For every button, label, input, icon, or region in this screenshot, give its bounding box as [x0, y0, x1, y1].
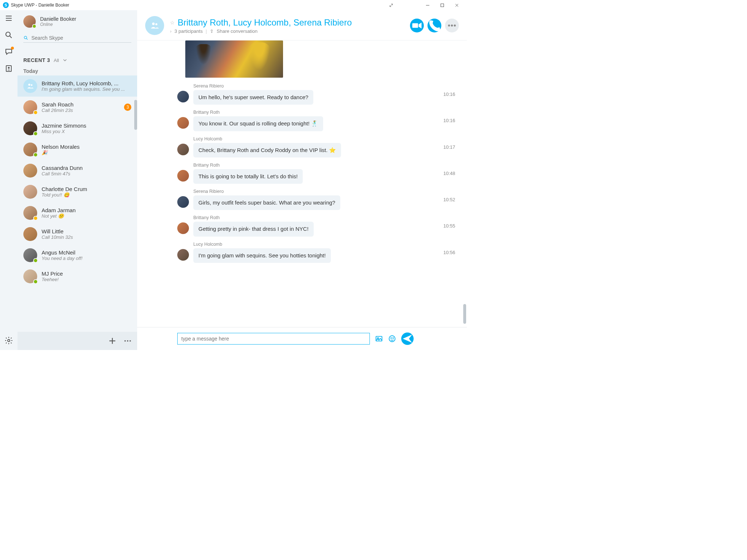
composer	[137, 327, 467, 350]
svg-point-18	[124, 340, 126, 342]
message-bubble: Girls, my outfit feels super basic. What…	[193, 195, 340, 210]
message-time: 10:17	[443, 144, 455, 150]
contact-avatar	[23, 269, 37, 283]
conversation-title: Brittany Roth, Lucy Holcomb, ...	[42, 80, 131, 86]
message-group: Serena RibieroUm hello, he's super sweet…	[177, 83, 457, 105]
svg-line-13	[27, 39, 28, 40]
message-avatar	[177, 170, 189, 182]
presence-icon	[33, 258, 38, 263]
search-nav-icon[interactable]	[4, 31, 13, 39]
conversation-subtitle: 🎉	[42, 150, 131, 155]
close-button[interactable]	[449, 0, 464, 10]
chat-nav-icon[interactable]	[4, 47, 13, 56]
emoji-button[interactable]	[388, 335, 396, 343]
contact-avatar	[23, 227, 37, 241]
message-sender: Brittany Roth	[193, 110, 457, 115]
conversation-item[interactable]: Sarah RoachCall 26min 23s3	[18, 97, 137, 118]
search-box[interactable]	[23, 34, 131, 43]
conversation-item[interactable]: MJ PriceTeehee!	[18, 266, 137, 287]
message-group: Serena RibieroGirls, my outfit feels sup…	[177, 189, 457, 210]
svg-point-25	[451, 24, 453, 26]
audio-call-button[interactable]	[427, 19, 441, 32]
conversation-item[interactable]: Nelson Morales🎉	[18, 139, 137, 160]
expand-icon[interactable]	[384, 0, 398, 10]
message-group: Brittany RothYou know it. Our squad is r…	[177, 110, 457, 131]
message-input[interactable]	[181, 336, 366, 342]
conversation-title: Adam Jarman	[42, 207, 131, 213]
svg-point-7	[6, 32, 10, 36]
conversation-item[interactable]: Adam JarmanNot yet 😕	[18, 202, 137, 223]
message-avatar	[177, 222, 189, 234]
message-time: 10:52	[443, 197, 455, 202]
svg-point-10	[8, 67, 10, 69]
chat-more-button[interactable]	[445, 19, 459, 32]
conversation-item[interactable]: Cassandra DunnCall 5min 47s	[18, 160, 137, 181]
conversation-item[interactable]: Brittany Roth, Lucy Holcomb, ...I'm goin…	[18, 75, 137, 97]
svg-point-14	[28, 84, 31, 86]
message-input-wrapper[interactable]	[177, 333, 370, 345]
message-time: 10:48	[443, 171, 455, 176]
conversation-subtitle: Call 5min 47s	[42, 171, 131, 176]
contact-avatar	[23, 206, 37, 220]
chevron-right-icon[interactable]: ›	[170, 28, 171, 34]
conversation-title: Angus McNeil	[42, 249, 131, 256]
message-group: Lucy HolcombI'm going glam with sequins.…	[177, 242, 457, 263]
conversation-item[interactable]: Charlotte De CrumTold you!! 😋	[18, 181, 137, 202]
attach-image-button[interactable]	[375, 335, 383, 343]
message-bubble: This is going to be totally lit. Let's d…	[193, 169, 303, 184]
conversation-subtitle: Teehee!	[42, 277, 131, 282]
conversation-title: MJ Price	[42, 271, 131, 277]
conversation-subtitle: I'm going glam with sequins. See you ...	[42, 86, 131, 92]
chat-title: Brittany Roth, Lucy Holcomb, Serena Ribi…	[178, 18, 352, 28]
svg-point-30	[391, 338, 391, 338]
day-label: Today	[18, 65, 137, 75]
conversation-item[interactable]: Jazmine SimmonsMiss you X	[18, 118, 137, 139]
svg-point-29	[389, 336, 395, 342]
profile-status: Online	[40, 22, 76, 27]
profile-block[interactable]: Danielle Booker Online	[18, 10, 137, 30]
shared-image[interactable]	[185, 40, 283, 78]
left-nav	[0, 10, 18, 350]
conversation-item[interactable]: Angus McNeilYou need a day off!	[18, 245, 137, 266]
conversation-title: Nelson Morales	[42, 144, 131, 150]
svg-point-26	[454, 24, 456, 26]
maximize-button[interactable]	[435, 0, 449, 10]
message-sender: Serena Ribiero	[193, 83, 457, 89]
search-input[interactable]	[31, 35, 131, 41]
hamburger-icon[interactable]	[4, 14, 13, 23]
presence-icon	[33, 279, 38, 284]
share-conversation-link[interactable]: Share conversation	[217, 28, 258, 34]
message-sender: Serena Ribiero	[193, 189, 457, 194]
minimize-button[interactable]	[420, 0, 435, 10]
message-time: 10:55	[443, 223, 455, 229]
presence-icon	[33, 110, 38, 115]
conversation-subtitle: Call 26min 23s	[42, 108, 120, 113]
conversation-title: Will Little	[42, 228, 131, 234]
contact-avatar	[23, 143, 37, 156]
message-group: Brittany RothThis is going to be totally…	[177, 163, 457, 184]
message-time: 10:56	[443, 250, 455, 255]
svg-point-20	[129, 340, 131, 342]
send-button[interactable]	[401, 332, 414, 345]
chevron-down-icon[interactable]	[63, 58, 67, 62]
message-sender: Brittany Roth	[193, 215, 457, 220]
message-bubble: Check, Brittany Roth and Cody Roddy on t…	[193, 143, 341, 158]
message-avatar	[177, 117, 189, 129]
message-avatar	[177, 249, 189, 261]
conversation-item[interactable]: Will LittleCall 10min 32s	[18, 223, 137, 245]
contacts-nav-icon[interactable]	[4, 64, 13, 73]
participant-count[interactable]: 3 participants	[174, 28, 202, 34]
contact-avatar	[23, 164, 37, 178]
titlebar: S Skype UWP - Danielle Booker	[0, 0, 467, 10]
new-conversation-button[interactable]	[107, 336, 117, 346]
recent-filter[interactable]: All	[54, 58, 59, 63]
message-bubble: You know it. Our squad is rolling deep t…	[193, 116, 323, 131]
favorite-star-icon[interactable]: ☆	[170, 20, 175, 26]
chat-scrollbar[interactable]	[463, 304, 466, 324]
contact-avatar	[23, 248, 37, 262]
video-call-button[interactable]	[410, 19, 424, 32]
sidebar-scrollbar[interactable]	[134, 100, 137, 130]
message-sender: Lucy Holcomb	[193, 136, 457, 141]
more-options-button[interactable]	[123, 336, 133, 346]
settings-icon[interactable]	[4, 336, 13, 345]
